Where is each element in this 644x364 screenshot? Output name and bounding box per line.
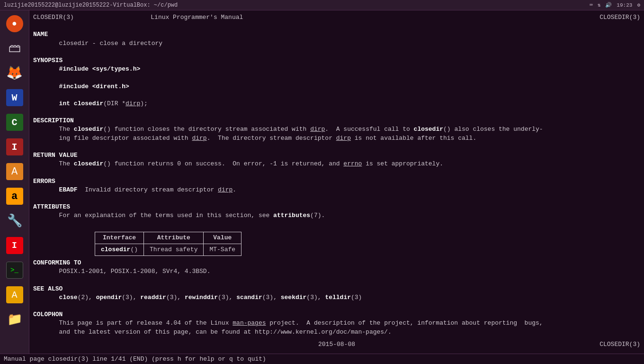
tools-icon[interactable]: 🔧 (3, 209, 26, 232)
table-cell-attribute: Thread safety (144, 244, 204, 255)
colophon-text1: This page is part of release 4.04 of the… (33, 319, 543, 327)
return-closedir: closedir (74, 160, 103, 167)
colophon-text2: and the latest version of this page, can… (33, 328, 392, 336)
amazon-icon[interactable]: a (3, 185, 26, 208)
errors-ebadf: EBADF (59, 186, 78, 193)
bag-icon[interactable]: A (3, 160, 26, 183)
settings-icon: ⚙ (637, 2, 640, 8)
titlebar-right: ⌨ ⇅ 🔊 19:23 ⚙ (590, 2, 640, 8)
desc-dirp2: dirp (192, 135, 206, 142)
terminal-content[interactable]: CLOSEDIR(3)Linux Programmer's ManualCLOS… (29, 10, 644, 354)
idea-icon[interactable]: I (3, 234, 26, 257)
desc-dirp3: dirp (336, 135, 351, 142)
writer-icon[interactable]: W (3, 86, 26, 109)
folder-icon[interactable]: 📁 (3, 308, 26, 331)
see-also-readdir: readdir (140, 294, 166, 301)
synopsis-section: SYNOPSIS (33, 57, 63, 64)
conforming-text: POSIX.1-2001, POSIX.1-2008, SVr4, 4.3BSD… (33, 268, 210, 275)
calc-icon[interactable]: C (3, 111, 26, 134)
return-section: RETURN VALUE (33, 152, 78, 159)
desc-dirp1: dirp (310, 126, 325, 133)
desc-closedir2: closedir (414, 126, 443, 133)
synopsis-dirp: dirp (125, 100, 140, 107)
return-errno: errno (343, 160, 362, 167)
see-also-scandir: scandir (236, 294, 262, 301)
colophon-section: COLOPHON (33, 311, 63, 318)
titlebar-left: luzijie20155222@luzijie20155222-VirtualB… (4, 2, 178, 9)
header-center: Linux Programmer's Manual (74, 13, 320, 22)
see-also-telldir: telldir (325, 294, 351, 301)
main-layout: ● 🗃 🦊 W C I A a 🔧 I >_ (0, 10, 644, 354)
see-also-opendir: opendir (96, 294, 122, 301)
footer-center: 2015-08-08 (33, 337, 640, 349)
synopsis-int: int (59, 100, 70, 107)
ubuntu-icon[interactable]: ● (3, 12, 26, 35)
files-icon[interactable]: 🗃 (3, 37, 26, 60)
keyboard-icon: ⌨ (590, 2, 593, 8)
desc-closedir1: closedir (74, 126, 103, 133)
man-page-content-2: CONFORMING TO POSIX.1-2001, POSIX.1-2008… (33, 259, 640, 354)
volume-icon: 🔊 (605, 2, 612, 8)
header-left: CLOSEDIR(3) (33, 14, 74, 21)
titlebar: luzijie20155222@luzijie20155222-VirtualB… (0, 0, 644, 10)
terminal-icon[interactable]: >_ (3, 259, 26, 282)
table-header-value: Value (204, 232, 242, 244)
errors-dirp: dirp (218, 186, 233, 193)
time-display: 19:23 (617, 2, 632, 8)
statusbar: Manual page closedir(3) line 1/41 (END) … (0, 354, 644, 364)
table-header-attribute: Attribute (144, 232, 204, 244)
header-right: CLOSEDIR(3) (599, 13, 640, 22)
table-cell-value: MT-Safe (204, 244, 242, 255)
synopsis-funcname: closedir (74, 100, 103, 107)
sidebar: ● 🗃 🦊 W C I A a 🔧 I >_ (0, 10, 29, 354)
footer-right: CLOSEDIR(3) (599, 340, 640, 349)
man-page-content: CLOSEDIR(3)Linux Programmer's ManualCLOS… (33, 13, 640, 229)
arrows-icon: ⇅ (598, 2, 601, 8)
name-desc: closedir - close a directory (33, 40, 162, 47)
table-row: closedir() Thread safety MT-Safe (95, 244, 242, 255)
titlebar-title: luzijie20155222@luzijie20155222-VirtualB… (4, 2, 178, 9)
attributes-table: Interface Attribute Value closedir() Thr… (95, 232, 242, 256)
description-section: DESCRIPTION (33, 117, 74, 124)
see-also-rewinddir: rewinddir (185, 294, 218, 301)
attributes-link: attributes (273, 212, 310, 219)
synopsis-include2: #include <dirent.h> (33, 83, 129, 90)
table-cell-interface: closedir() (95, 244, 144, 255)
update-icon[interactable]: A (3, 283, 26, 306)
conforming-section: CONFORMING TO (33, 259, 81, 266)
name-section: NAME (33, 31, 48, 38)
impress-icon[interactable]: I (3, 136, 26, 158)
table-header-interface: Interface (95, 232, 144, 244)
see-also-section: SEE ALSO (33, 285, 63, 292)
synopsis-include1: #include <sys/types.h> (33, 65, 140, 73)
see-also-close: close (59, 294, 78, 301)
statusbar-text: Manual page closedir(3) line 1/41 (END) … (4, 355, 266, 363)
attributes-section: ATTRIBUTES (33, 203, 70, 210)
firefox-icon[interactable]: 🦊 (3, 62, 26, 84)
see-also-seekdir: seekdir (281, 294, 307, 301)
errors-section: ERRORS (33, 178, 55, 185)
